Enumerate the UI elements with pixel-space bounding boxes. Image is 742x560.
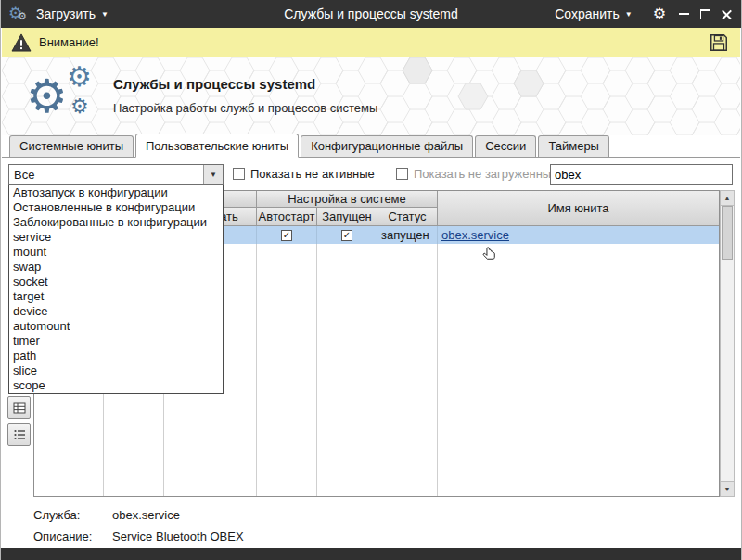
row-cell-running: ✓ (317, 226, 377, 244)
chevron-down-icon: ▼ (625, 11, 633, 19)
dropdown-item[interactable]: Заблокированные в конфигурации (9, 215, 223, 230)
chevron-down-icon: ▼ (101, 11, 109, 19)
row-cell-autostart: ✓ (257, 226, 317, 244)
list-icon (12, 427, 27, 442)
checkbox-label: Показать не активные (250, 167, 375, 181)
settings-gear-icon[interactable]: ⚙ (653, 6, 666, 21)
gear-icon: ⚙ (26, 70, 68, 122)
warning-bar: Внимание! (2, 28, 740, 57)
dropdown-item[interactable]: target (9, 289, 223, 304)
arrow-down-icon: ▼ (724, 486, 731, 492)
column-group-system: Настройка в системе (257, 191, 438, 208)
save-menu-label: Сохранить (555, 6, 620, 21)
tab-config-files[interactable]: Конфигурационные файлы (301, 135, 473, 157)
unit-name-link[interactable]: obex.service (438, 228, 509, 242)
tab-timers[interactable]: Таймеры (538, 135, 609, 157)
page-title: Службы и процессы systemd (113, 76, 315, 92)
save-floppy-icon[interactable] (709, 32, 729, 53)
row-cell-unit: obex.service (438, 226, 719, 244)
cursor-hand-icon (481, 246, 499, 266)
checkbox-box[interactable] (396, 168, 408, 180)
save-menu-button[interactable]: Сохранить ▼ (547, 3, 640, 25)
detail-description-row: Описание: Service Bluetooth OBEX (33, 529, 244, 543)
gear-icon: ⚙ (67, 61, 92, 93)
chevron-down-icon: ▼ (210, 171, 217, 179)
combobox-value: Все (9, 168, 203, 182)
show-unloaded-checkbox[interactable]: Показать не загруженные (396, 167, 557, 181)
detail-service-row: Служба: obex.service (33, 508, 180, 522)
warning-text: Внимание! (39, 35, 99, 49)
scroll-down-button[interactable]: ▼ (721, 481, 734, 496)
dropdown-item[interactable]: timer (9, 334, 223, 349)
minimize-button[interactable] (679, 13, 689, 15)
arrow-up-icon: ▲ (724, 195, 731, 201)
window-bottom-bar (1, 548, 741, 560)
module-header: ⚙ ⚙ ⚙ Службы и процессы systemd Настройк… (2, 57, 740, 135)
description-label: Описание: (33, 529, 112, 543)
dropdown-item[interactable]: socket (9, 274, 223, 289)
column-header-status[interactable]: Статус (377, 208, 438, 226)
column-header-autostart[interactable]: Автостарт (257, 208, 317, 226)
hexagon-pattern (2, 57, 740, 135)
gear-glyph-small: ⚙ (18, 9, 27, 22)
dropdown-item[interactable]: mount (9, 245, 223, 260)
column-header-unit-name[interactable]: Имя юнита (438, 191, 719, 226)
scrollbar-thumb[interactable] (722, 206, 733, 260)
checkbox-label: Показать не загруженные (414, 167, 557, 181)
app-logo-gears: ⚙ ⚙ ⚙ (26, 65, 109, 130)
dropdown-item[interactable]: path (9, 349, 223, 363)
dropdown-item[interactable]: swap (9, 260, 223, 274)
titlebar: ⚙ ⚙ Загрузить ▼ Службы и процессы system… (1, 0, 741, 28)
dropdown-item[interactable]: Автозапуск в конфигурации (9, 185, 223, 200)
load-menu-label: Загрузить (36, 6, 96, 21)
grid-icon (12, 401, 27, 415)
search-input[interactable] (550, 164, 733, 185)
tab-user-units[interactable]: Пользовательские юниты (135, 134, 299, 158)
table-view-button[interactable] (7, 396, 31, 419)
maximize-button[interactable] (700, 9, 710, 19)
service-label: Служба: (33, 508, 112, 522)
gear-icon: ⚙ (70, 95, 89, 119)
dropdown-item[interactable]: slice (9, 363, 223, 378)
autostart-checkbox-checked[interactable]: ✓ (281, 230, 292, 241)
combobox-dropdown-button[interactable]: ▼ (203, 165, 223, 184)
row-cell-status: запущен (377, 226, 438, 244)
close-button[interactable] (722, 9, 732, 19)
checkbox-box[interactable] (233, 168, 245, 180)
tab-system-units[interactable]: Системные юниты (9, 135, 134, 157)
description-value: Service Bluetooth OBEX (112, 529, 244, 543)
table-scrollbar[interactable]: ▲ ▼ (720, 190, 735, 497)
tab-bar: Системные юниты Пользовательские юниты К… (2, 135, 740, 158)
dropdown-item[interactable]: Остановленные в конфигурации (9, 200, 223, 215)
column-header-running[interactable]: Запущен (317, 208, 377, 226)
unit-type-dropdown-list: Автозапуск в конфигурации Остановленные … (8, 185, 224, 394)
scroll-up-button[interactable]: ▲ (721, 191, 734, 206)
dropdown-item[interactable]: service (9, 230, 223, 245)
dropdown-item[interactable]: device (9, 304, 223, 319)
show-inactive-checkbox[interactable]: Показать не активные (233, 167, 375, 181)
tab-sessions[interactable]: Сессии (475, 135, 536, 157)
dropdown-item[interactable]: automount (9, 319, 223, 334)
unit-type-combobox[interactable]: Все ▼ (8, 164, 224, 185)
running-checkbox-checked[interactable]: ✓ (341, 230, 352, 241)
status-value: запущен (377, 228, 429, 242)
dropdown-item[interactable]: scope (9, 378, 223, 393)
list-view-button[interactable] (7, 423, 31, 446)
service-value: obex.service (112, 508, 180, 522)
page-subtitle: Настройка работы служб и процессов систе… (113, 101, 377, 115)
warning-triangle-icon (11, 33, 32, 52)
load-menu-button[interactable]: Загрузить ▼ (29, 3, 116, 25)
app-window: ⚙ ⚙ Загрузить ▼ Службы и процессы system… (0, 0, 742, 560)
app-gears-icon: ⚙ ⚙ (8, 4, 29, 24)
